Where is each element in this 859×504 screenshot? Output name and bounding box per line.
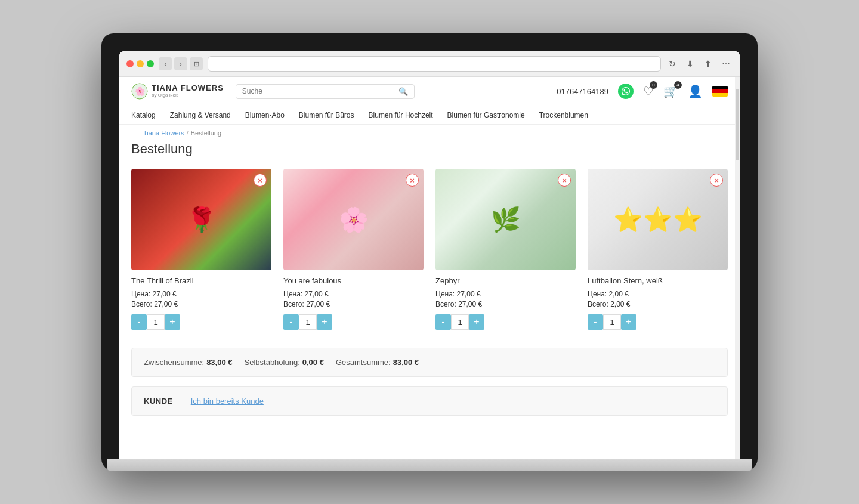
price-value-3: 27,00 €	[457, 290, 481, 298]
product-card-4: ⭐⭐⭐ × Luftballon Stern, weiß Цена: 2,00 …	[588, 169, 728, 330]
reload-button[interactable]: ↻	[666, 57, 679, 70]
product-image-2: 🌸	[283, 169, 424, 270]
breadcrumb: Tiana Flowers / Bestellung	[131, 125, 728, 141]
breadcrumb-home[interactable]: Tiana Flowers	[143, 129, 184, 137]
total-value-1: 27,00 €	[154, 300, 178, 308]
nav-zahlung[interactable]: Zahlung & Versand	[170, 111, 231, 119]
subtotal-value: 83,00 €	[206, 358, 232, 367]
nav-gastronomie[interactable]: Blumen für Gastronomie	[447, 111, 525, 119]
product-name-2: You are fabulous	[283, 276, 424, 285]
main-content: Tiana Flowers / Bestellung Bestellung 🌹	[119, 125, 740, 428]
remove-button-2[interactable]: ×	[406, 174, 419, 187]
price-row-1: Цена: 27,00 €	[131, 290, 271, 298]
qty-controls-2: - 1 +	[283, 314, 424, 330]
minimize-button[interactable]	[137, 60, 144, 67]
qty-minus-4[interactable]: -	[588, 314, 603, 330]
flag-yellow	[712, 93, 728, 97]
total-row-2: Всего: 27,00 €	[283, 300, 424, 308]
total-value-3: 27,00 €	[458, 300, 482, 308]
download-icon: ⬇	[684, 57, 697, 70]
breadcrumb-current: Bestellung	[191, 129, 221, 137]
qty-minus-1[interactable]: -	[131, 314, 147, 330]
scrollbar-thumb[interactable]	[736, 89, 739, 160]
wishlist-button[interactable]: ♡ 0	[643, 84, 654, 98]
total-label-2: Всего:	[283, 300, 304, 308]
qty-plus-2[interactable]: +	[317, 314, 332, 330]
product-name-3: Zephyr	[435, 276, 576, 285]
pickup-value: 0,00 €	[302, 358, 324, 367]
product-name-4: Luftballon Stern, weiß	[588, 276, 728, 285]
remove-button-1[interactable]: ×	[254, 174, 267, 187]
remove-button-3[interactable]: ×	[558, 174, 571, 187]
language-flag[interactable]	[712, 86, 728, 97]
qty-controls-3: - 1 +	[435, 314, 576, 330]
user-button[interactable]: 👤	[688, 84, 703, 98]
price-value-1: 27,00 €	[153, 290, 177, 298]
wishlist-badge: 0	[650, 81, 657, 89]
subtotal-item: Zwischensumme: 83,00 €	[144, 358, 233, 367]
pickup-item: Selbstabholung: 0,00 €	[245, 358, 324, 367]
nav-blumen-abo[interactable]: Blumen-Abo	[245, 111, 285, 119]
search-input[interactable]	[242, 87, 398, 95]
qty-controls-4: - 1 +	[588, 314, 728, 330]
cart-badge: 4	[674, 81, 682, 89]
scrollbar[interactable]	[735, 77, 740, 459]
user-icon: 👤	[688, 84, 703, 98]
cart-button[interactable]: 🛒 4	[663, 84, 678, 98]
browser-navigation: ‹ › ⊡	[159, 57, 203, 70]
total-value: 83,00 €	[393, 358, 419, 367]
price-label-3: Цена:	[435, 290, 455, 298]
qty-plus-4[interactable]: +	[621, 314, 636, 330]
subtotal-label: Zwischensumme:	[144, 358, 204, 367]
price-row-4: Цена: 2,00 €	[588, 290, 728, 298]
whatsapp-icon	[618, 84, 634, 99]
logo-area: 🌸 TIANA FLOWERS by Olga Reit	[131, 83, 224, 100]
breadcrumb-separator: /	[187, 129, 189, 137]
product-card-3: 🌿 × Zephyr Цена: 27,00 € Всего:	[435, 169, 576, 330]
products-grid: 🌹 × The Thrill of Brazil Цена: 27,00 € В…	[131, 169, 728, 330]
summary-bar: Zwischensumme: 83,00 € Selbstabholung: 0…	[131, 348, 728, 377]
header-right: 017647164189 ♡ 0	[557, 84, 728, 99]
existing-customer-link[interactable]: Ich bin bereits Kunde	[191, 397, 264, 406]
browser-chrome: ‹ › ⊡ ↻ ⬇ ⬆ ⋯	[119, 51, 740, 77]
page-content: 🌸 TIANA FLOWERS by Olga Reit 🔍 01	[119, 77, 740, 459]
forward-button[interactable]: ›	[174, 57, 187, 70]
qty-value-4: 1	[603, 314, 621, 330]
qty-plus-3[interactable]: +	[469, 314, 484, 330]
remove-button-4[interactable]: ×	[710, 174, 723, 187]
traffic-lights	[126, 60, 154, 67]
nav-hochzeit[interactable]: Blumen für Hochzeit	[369, 111, 433, 119]
search-bar[interactable]: 🔍	[236, 84, 415, 99]
qty-minus-2[interactable]: -	[283, 314, 299, 330]
address-bar[interactable]	[208, 56, 661, 72]
laptop-base	[107, 459, 752, 471]
whatsapp-button[interactable]	[618, 84, 634, 99]
product-image-wrap-1: 🌹 ×	[131, 169, 271, 270]
more-icon: ⋯	[719, 57, 733, 70]
total-row-1: Всего: 27,00 €	[131, 300, 271, 308]
product-image-wrap-4: ⭐⭐⭐ ×	[588, 169, 728, 270]
nav-trockenblumen[interactable]: Trockenblumen	[539, 111, 588, 119]
back-button[interactable]: ‹	[159, 57, 172, 70]
close-button[interactable]	[126, 60, 134, 67]
logo-name: TIANA FLOWERS	[152, 84, 224, 92]
page-title: Bestellung	[131, 141, 728, 157]
product-image-wrap-2: 🌸 ×	[283, 169, 424, 270]
qty-minus-3[interactable]: -	[435, 314, 451, 330]
product-card-1: 🌹 × The Thrill of Brazil Цена: 27,00 € В…	[131, 169, 271, 330]
customer-section: KUNDE Ich bin bereits Kunde	[131, 386, 728, 416]
window-button[interactable]: ⊡	[190, 57, 203, 70]
product-image-3: 🌿	[435, 169, 576, 270]
product-card-2: 🌸 × You are fabulous Цена: 27,00 € Всего…	[283, 169, 424, 330]
site-nav: Katalog Zahlung & Versand Blumen-Abo Blu…	[119, 106, 740, 125]
price-row-2: Цена: 27,00 €	[283, 290, 424, 298]
total-label-3: Всего:	[435, 300, 456, 308]
qty-plus-1[interactable]: +	[165, 314, 180, 330]
nav-bueros[interactable]: Blumen für Büros	[299, 111, 354, 119]
logo-sub: by Olga Reit	[152, 93, 224, 98]
maximize-button[interactable]	[147, 60, 154, 67]
browser-actions: ↻ ⬇ ⬆ ⋯	[666, 57, 733, 70]
nav-katalog[interactable]: Katalog	[131, 111, 156, 119]
total-value-4: 2,00 €	[610, 300, 630, 308]
price-label-2: Цена:	[283, 290, 302, 298]
